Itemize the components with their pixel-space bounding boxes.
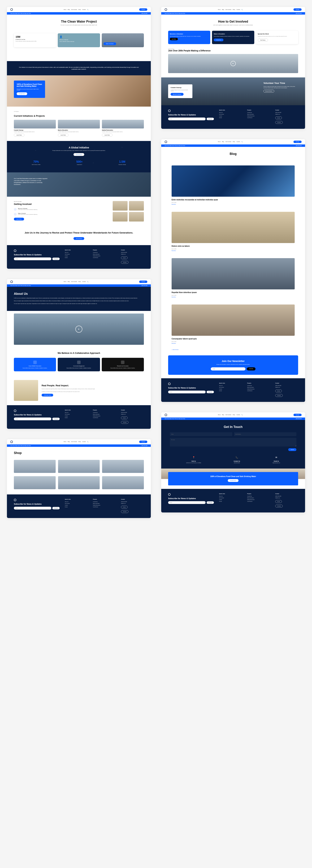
search-icon[interactable]: 🔍	[87, 281, 89, 282]
email-input[interactable]	[14, 257, 51, 260]
donate-btn[interactable]: Donate Now	[228, 479, 238, 482]
make-donation-btn[interactable]: Make A Donation	[103, 42, 116, 45]
nav-item[interactable]: Shop	[233, 141, 235, 142]
read-more-link[interactable]: Read More	[172, 250, 295, 251]
link[interactable]: Get Involved	[65, 414, 88, 415]
link[interactable]: Habitat Restoration	[247, 116, 270, 117]
nav-about[interactable]: About	[64, 9, 66, 10]
link[interactable]: Coastal Day	[247, 112, 270, 113]
donate-now-btn[interactable]: Donate Now	[16, 92, 27, 95]
post-image[interactable]	[172, 165, 295, 197]
link[interactable]: Coral Revival	[247, 390, 270, 391]
post-image[interactable]	[172, 305, 295, 336]
logo-icon[interactable]	[165, 8, 167, 11]
link[interactable]: Coral Revival	[247, 117, 270, 118]
subscribe-btn[interactable]: Subscribe	[207, 118, 214, 120]
get-involved-btn[interactable]: Get Involved	[73, 153, 84, 156]
volunteer-btn[interactable]: Volunteer	[121, 421, 129, 424]
link[interactable]: Marine Education	[247, 497, 270, 498]
logo-icon[interactable]	[165, 414, 167, 416]
search-icon[interactable]: 🔍	[241, 414, 243, 415]
donate-button[interactable]: Donate	[139, 8, 147, 11]
logo-icon[interactable]	[10, 281, 13, 283]
link[interactable]: Habitat Restoration	[93, 255, 116, 256]
nav-blog[interactable]: Blog	[68, 9, 70, 10]
link[interactable]: Marine Education	[247, 114, 270, 115]
link[interactable]: Coastal Day	[247, 385, 270, 386]
subscribe-btn[interactable]: Subscribe	[207, 391, 214, 393]
link[interactable]: Get Involved	[219, 497, 242, 498]
link[interactable]: About Us	[219, 496, 242, 497]
read-more-link[interactable]: Read More	[172, 204, 295, 205]
subscribe-btn[interactable]: Subscribe	[53, 418, 60, 420]
nav-item[interactable]: About	[218, 414, 221, 415]
nav-item[interactable]: Shop	[233, 414, 235, 415]
nav-item[interactable]: About	[218, 9, 221, 10]
volunteer-btn[interactable]: Volunteer	[121, 261, 129, 264]
link[interactable]: Contact	[219, 116, 242, 117]
subscribe-btn[interactable]: Subscribe	[53, 507, 60, 509]
logo-icon[interactable]	[10, 8, 13, 11]
nav-item[interactable]: Get Involved	[226, 414, 231, 415]
link[interactable]: Coral Revival	[93, 506, 116, 507]
link[interactable]: Marine Education	[93, 254, 116, 255]
product[interactable]	[14, 476, 56, 490]
donate-button[interactable]: Donate	[293, 141, 302, 143]
message-input[interactable]	[170, 438, 297, 446]
learn-more-btn[interactable]: Learn More	[14, 218, 24, 220]
nav-item[interactable]: Blog	[68, 281, 70, 282]
link[interactable]: Marine Education	[93, 414, 116, 415]
card-btn[interactable]: Start Sharing	[258, 38, 268, 42]
nav-item[interactable]: Blog	[222, 141, 224, 142]
read-more-link[interactable]: Read More	[172, 297, 295, 298]
nav-item[interactable]: Shop	[78, 281, 81, 282]
donate-button[interactable]: Donate	[139, 441, 147, 443]
link[interactable]: Coastal Day	[93, 252, 116, 253]
volunteer-btn[interactable]: Volunteer	[275, 121, 283, 124]
link[interactable]: About Us	[65, 412, 88, 413]
email-input[interactable]	[168, 501, 206, 504]
search-icon[interactable]: 🔍	[87, 441, 89, 442]
link[interactable]: Coastal Day	[93, 501, 116, 502]
nav-item[interactable]: Blog	[222, 414, 224, 415]
donate-button[interactable]: Donate	[139, 281, 147, 283]
nav-involved[interactable]: Get Involved	[71, 9, 77, 10]
product[interactable]	[102, 460, 144, 474]
member-card[interactable]: 👤 Become A Member Donec sollicitudin mol…	[58, 33, 100, 47]
nav-item[interactable]: Blog	[68, 441, 70, 442]
donate-btn[interactable]: Donate	[275, 390, 282, 392]
link[interactable]: Coastal Day	[247, 496, 270, 497]
link[interactable]: Contact	[219, 389, 242, 390]
link[interactable]: Habitat Restoration	[93, 505, 116, 506]
learn-more-btn[interactable]: Learn More	[58, 133, 68, 136]
volunteer-btn[interactable]: Volunteer	[275, 394, 283, 397]
nav-item[interactable]: Shop	[233, 9, 235, 10]
link[interactable]: Get Involved	[65, 503, 88, 504]
volunteer-btn[interactable]: Volunteer	[275, 505, 283, 507]
nav-item[interactable]: Contact	[82, 281, 86, 282]
name-input[interactable]	[170, 432, 232, 436]
older-entries-link[interactable]: « Older Entries	[161, 347, 305, 352]
post-title[interactable]: Dolore enim ea labore	[172, 245, 295, 247]
nav-item[interactable]: Get Involved	[226, 141, 231, 142]
nav-item[interactable]: About	[64, 281, 66, 282]
nav-item[interactable]: Get Involved	[71, 441, 77, 442]
link[interactable]: Donate	[65, 506, 88, 507]
link[interactable]: Get Involved	[219, 114, 242, 115]
submit-btn[interactable]: Submit	[288, 448, 297, 451]
signup-btn[interactable]: Sign Up To Volunteer	[171, 93, 183, 96]
email-input[interactable]	[211, 367, 245, 370]
link[interactable]: Donate	[65, 417, 88, 418]
link[interactable]: Donate	[219, 501, 242, 502]
email-input[interactable]	[234, 432, 297, 436]
learn-more-btn[interactable]: Learn More	[102, 133, 112, 136]
nav-item[interactable]: Contact	[236, 414, 240, 415]
logo-icon[interactable]	[10, 441, 13, 443]
link[interactable]: Coral Revival	[247, 501, 270, 502]
email-input[interactable]	[14, 417, 51, 420]
nav-item[interactable]: Blog	[222, 9, 224, 10]
logo-icon[interactable]	[165, 141, 167, 143]
join-video[interactable]: ▶	[168, 54, 298, 73]
link[interactable]: Marine Education	[247, 387, 270, 388]
nav-item[interactable]: Contact	[82, 441, 86, 442]
